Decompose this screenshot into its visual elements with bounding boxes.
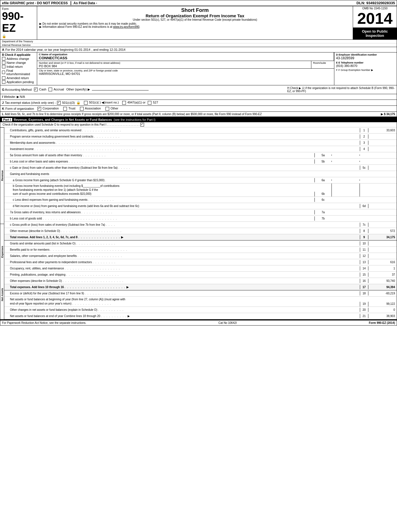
application-pending-checkbox[interactable] bbox=[2, 80, 5, 84]
part1-subtitle: (see the instructions for Part I) bbox=[114, 118, 155, 121]
row-3-label: Membership dues and assessments . . . . … bbox=[4, 141, 360, 145]
form-number: 990-EZ bbox=[2, 10, 35, 34]
row-5a: 5a Gross amount from sale of assets othe… bbox=[4, 152, 397, 159]
amended-return-label: Amended return bbox=[7, 76, 29, 80]
row-6c-label: c Less direct expenses from gaming and f… bbox=[4, 198, 314, 202]
section-e-label: E bbox=[336, 61, 339, 64]
row-7a: 7a Gross sales of inventory, less return… bbox=[4, 209, 397, 216]
section-a-text: For the 2014 calendar year, or tax year … bbox=[5, 48, 90, 51]
section-k-label: K bbox=[2, 107, 4, 110]
row-6a-sublabel: 6a bbox=[314, 178, 331, 182]
section-k-assoc: Association bbox=[80, 107, 101, 111]
section-i-text: Website: ▶ N/A bbox=[4, 95, 25, 98]
section-g-label: G bbox=[2, 88, 5, 91]
row-5a-sublabel: 5a bbox=[314, 153, 331, 157]
form-number-section: Form 990-EZ 🔒 bbox=[0, 6, 37, 39]
row-13-value: 616 bbox=[368, 260, 397, 264]
side-labels: Revenue Expenses Net Assets bbox=[0, 127, 4, 319]
address-change-label: Address change bbox=[7, 57, 29, 60]
row-12-num: 12 bbox=[360, 254, 368, 258]
section-c-label: C bbox=[39, 53, 41, 56]
name-change-checkbox[interactable] bbox=[2, 61, 5, 64]
final-return-checkbox[interactable] bbox=[2, 71, 5, 74]
row-18-label: Excess or (deficit) for the year (Subtra… bbox=[4, 291, 360, 295]
row-7c-value bbox=[368, 224, 397, 225]
amended-return-checkbox[interactable] bbox=[2, 76, 5, 80]
section-h: H Check ▶ ☑ if the organization is not r… bbox=[287, 86, 395, 93]
section-a-label: A bbox=[2, 48, 4, 51]
row-6d-value bbox=[368, 205, 397, 206]
row-5c-num: 5c bbox=[360, 166, 368, 170]
row-11-label: Benefits paid to or for members . . . . … bbox=[4, 248, 360, 252]
part1-label: Part I bbox=[2, 118, 12, 121]
address-label: Number and street (or P O box, if mail i… bbox=[39, 62, 309, 64]
expenses-side-label: Expenses bbox=[0, 224, 4, 279]
row-6b-subvalue bbox=[331, 183, 360, 197]
revenue-side-label: Revenue bbox=[0, 127, 4, 224]
check-amended-return: Amended return bbox=[2, 76, 35, 80]
section-j-opt2: 501(c)( ) ◀(insert no.) bbox=[84, 101, 119, 105]
section-j-label: J bbox=[2, 101, 4, 104]
footer-left: For Paperwork Reduction Act Notice, see … bbox=[2, 321, 86, 324]
row-6b-label: b Gross income from fundraising events (… bbox=[4, 183, 314, 197]
section-j-text: Tax-exempt status (check only one) - bbox=[5, 101, 56, 104]
row-6a-subvalue bbox=[331, 180, 360, 181]
row-14-label: Occupancy, rent, utilities, and maintena… bbox=[4, 266, 360, 271]
year-open-box: OMB No 1545-1150 2014 Open to Public Ins… bbox=[353, 6, 397, 39]
row-10: Grants and similar amounts paid (list in… bbox=[4, 240, 397, 247]
row-13: Professional fees and other payments to … bbox=[4, 259, 397, 265]
row-5b-sublabel: 5b bbox=[314, 159, 331, 164]
section-k-text: Form of organization bbox=[5, 107, 34, 110]
section-a: A For the 2014 calendar year, or tax yea… bbox=[0, 47, 397, 52]
form-title-area: Short Form Return of Organization Exempt… bbox=[37, 6, 353, 39]
row-1-num: 1 bbox=[360, 128, 368, 132]
row-15: Printing, publications, postage, and shi… bbox=[4, 272, 397, 278]
footer: For Paperwork Reduction Act Notice, see … bbox=[0, 320, 397, 325]
row-7c-label: c Gross profit or (loss) from sales of i… bbox=[4, 223, 360, 227]
row-6c-sublabel: 6c bbox=[314, 198, 331, 202]
row-1: Contributions, gifts, grants, and simila… bbox=[4, 127, 397, 134]
footer-center: Cat No 10642I bbox=[218, 321, 237, 324]
employer-id-label: D Employer identification number bbox=[336, 53, 395, 56]
row-2: Program service revenue including govern… bbox=[4, 134, 397, 140]
section-g-accrual: Accrual bbox=[48, 88, 64, 92]
initial-return-checkbox[interactable] bbox=[2, 65, 5, 68]
row-10-value bbox=[368, 243, 397, 244]
row-3: Membership dues and assessments . . . . … bbox=[4, 140, 397, 146]
row-3-value bbox=[368, 142, 397, 143]
section-g-cash: ✓ Cash bbox=[34, 88, 47, 92]
part1-title: Revenue, Expenses, and Changes in Net As… bbox=[14, 118, 112, 121]
row-6d-label: d Net income or (loss) from gaming and f… bbox=[4, 204, 360, 208]
row-17-value: 94,394 bbox=[368, 285, 397, 289]
section-i: I Website: ▶ N/A bbox=[0, 94, 397, 100]
section-l-text: Add lines 5b, 6c, and 7b to line 9 to de… bbox=[5, 113, 262, 116]
section-j-opt4: 527 bbox=[148, 101, 158, 105]
final-return-label: Final return/terminated bbox=[6, 69, 35, 76]
schedule-check-row: Check if the organization used Schedule … bbox=[0, 122, 397, 127]
section-j-opt1: ✓ 501(c)(3) 🔒 bbox=[57, 101, 81, 105]
row-7a-sublabel: 7a bbox=[314, 210, 331, 214]
row-20-num: 20 bbox=[360, 308, 368, 312]
row-11-num: 11 bbox=[360, 248, 368, 252]
address-value: PO BOX 984 bbox=[39, 64, 309, 68]
row-5b: b Less cost or other basis and sales exp… bbox=[4, 159, 397, 165]
row-6b-sublabel: 6b bbox=[314, 192, 331, 197]
row-7a-label: 7a Gross sales of inventory, less return… bbox=[4, 210, 314, 214]
row-1-value: 33,603 bbox=[368, 128, 397, 132]
row-8-num: 8 bbox=[360, 229, 368, 233]
row-12: Salaries, other compensation, and employ… bbox=[4, 253, 397, 259]
row-5c: c Gain or (loss) from sale of assets oth… bbox=[4, 165, 397, 171]
section-g-other: Other (specify) ▶ bbox=[66, 88, 149, 91]
row-6a: a Gross income from gaming (attach Sched… bbox=[4, 177, 397, 183]
schedule-check-text: Check if the organization used Schedule … bbox=[3, 123, 139, 126]
row-5b-label: b Less cost or other basis and sales exp… bbox=[4, 159, 314, 164]
section-l-label: L bbox=[2, 113, 4, 116]
row-13-label: Professional fees and other payments to … bbox=[4, 260, 360, 264]
row-18: Excess or (deficit) for the year (Subtra… bbox=[4, 290, 397, 297]
row-16-num: 16 bbox=[360, 279, 368, 283]
row-12-value bbox=[368, 255, 397, 256]
address-change-checkbox[interactable] bbox=[2, 57, 5, 60]
row-16-value: 93,740 bbox=[368, 279, 397, 283]
row-11-value bbox=[368, 249, 397, 250]
org-name: CONNECTCASS bbox=[39, 56, 332, 60]
